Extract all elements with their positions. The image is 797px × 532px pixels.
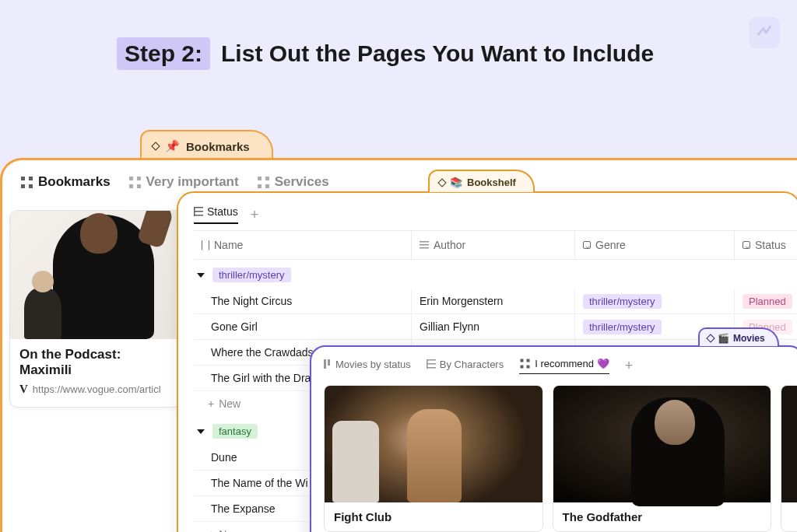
group-tag: fantasy bbox=[212, 424, 258, 439]
movie-thumbnail bbox=[325, 386, 542, 502]
movie-thumbnail bbox=[781, 386, 797, 502]
bookmark-thumbnail bbox=[10, 211, 182, 339]
table-header: Name Author Genre Status bbox=[194, 230, 797, 260]
view-status[interactable]: Status bbox=[194, 205, 238, 224]
tab-bookmarks-folder[interactable]: 📌 Bookmarks bbox=[140, 130, 273, 159]
step-badge: Step 2: bbox=[117, 37, 210, 70]
tab-label: Bookmarks bbox=[186, 140, 250, 153]
diamond-icon bbox=[151, 142, 160, 150]
bookmark-card[interactable]: On the Podcast: Maximili V https://www.v… bbox=[9, 210, 183, 408]
movie-card[interactable]: Fight Club bbox=[324, 385, 543, 532]
grid-icon bbox=[258, 177, 269, 188]
add-view-button[interactable]: + bbox=[251, 207, 259, 223]
view-by-characters[interactable]: By Characters bbox=[427, 359, 504, 374]
grid-icon bbox=[129, 177, 141, 188]
kanban-icon bbox=[324, 359, 332, 369]
bookmark-title: On the Podcast: Maximili bbox=[19, 347, 173, 378]
view-very-important[interactable]: Very important bbox=[129, 174, 239, 190]
genre-tag: thriller/mystery bbox=[583, 320, 662, 334]
view-services[interactable]: Services bbox=[258, 174, 329, 190]
tab-label: Movies bbox=[733, 333, 765, 344]
heading-title: List Out the Pages You Want to Include bbox=[221, 40, 654, 67]
col-author[interactable]: Author bbox=[412, 231, 575, 259]
col-status[interactable]: Status bbox=[735, 231, 797, 259]
bookmark-icon bbox=[202, 240, 209, 250]
app-logo bbox=[749, 17, 780, 48]
add-view-button[interactable]: + bbox=[625, 358, 634, 374]
tab-movies-folder[interactable]: 🎬 Movies bbox=[698, 327, 779, 346]
tab-label: Bookshelf bbox=[467, 177, 516, 188]
movie-title: The Godfather bbox=[553, 502, 771, 531]
col-genre[interactable]: Genre bbox=[575, 231, 735, 259]
table-row[interactable]: The Night Circus Erin Morgenstern thrill… bbox=[194, 289, 797, 314]
view-movies-by-status[interactable]: Movies by status bbox=[324, 359, 411, 374]
grid-icon bbox=[21, 177, 33, 188]
books-icon: 📚 bbox=[450, 177, 462, 188]
diamond-icon bbox=[437, 178, 446, 187]
movie-thumbnail bbox=[553, 386, 771, 502]
movie-card[interactable]: The Godfather bbox=[553, 385, 772, 532]
page-heading: Step 2: List Out the Pages You Want to I… bbox=[117, 37, 654, 70]
bookmark-url: https://www.vogue.com/articl bbox=[33, 383, 161, 395]
tab-bookshelf-folder[interactable]: 📚 Bookshelf bbox=[428, 170, 535, 192]
chevron-down-icon bbox=[197, 429, 205, 434]
status-tag: Planned bbox=[743, 294, 792, 309]
bookmarks-views: Bookmarks Very important Services bbox=[21, 174, 778, 190]
bookmark-url-row: V https://www.vogue.com/articl bbox=[19, 383, 173, 396]
view-i-recommend[interactable]: I recommend 💜 bbox=[519, 358, 609, 374]
plus-icon: + bbox=[208, 528, 214, 532]
plus-icon: + bbox=[208, 397, 214, 410]
table-icon bbox=[194, 207, 203, 216]
grid-icon bbox=[521, 359, 530, 369]
movie-card[interactable] bbox=[781, 385, 797, 532]
clapper-icon: 🎬 bbox=[718, 333, 729, 344]
col-name[interactable]: Name bbox=[194, 231, 412, 259]
table-icon bbox=[427, 359, 436, 369]
genre-tag: thriller/mystery bbox=[583, 294, 662, 309]
movies-panel: Movies by status By Characters I recomme… bbox=[310, 345, 797, 532]
chevron-down-icon bbox=[197, 273, 205, 278]
view-bookmarks[interactable]: Bookmarks bbox=[21, 174, 111, 190]
select-icon bbox=[583, 241, 591, 249]
pin-icon: 📌 bbox=[165, 139, 180, 153]
group-thriller[interactable]: thriller/mystery bbox=[194, 260, 797, 289]
movie-title: Fight Club bbox=[325, 502, 542, 531]
favicon: V bbox=[19, 383, 28, 396]
group-tag: thriller/mystery bbox=[212, 268, 291, 282]
diamond-icon bbox=[706, 334, 714, 342]
select-icon bbox=[743, 241, 750, 249]
text-icon bbox=[420, 241, 429, 249]
